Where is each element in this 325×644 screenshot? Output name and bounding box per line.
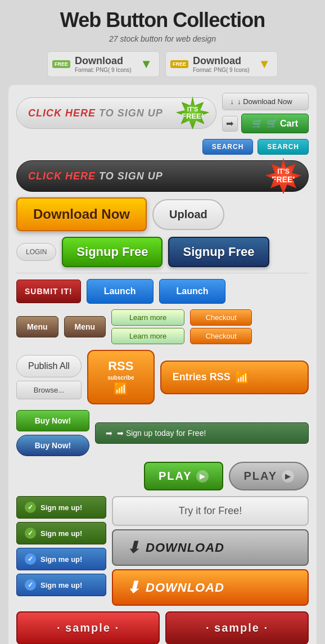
- download-orange-arrow-icon: ⬇: [127, 578, 140, 597]
- sign-me-up-blue-1[interactable]: ✓ Sign me up!: [16, 548, 106, 570]
- rss-sub-label: subscribe: [107, 375, 134, 381]
- check-icon-4: ✓: [25, 579, 36, 591]
- sign-up-today-label: ➡ Sign up today for Free!: [117, 429, 206, 438]
- cart-button[interactable]: 🛒 🛒 Cart: [241, 114, 309, 133]
- sample-button-2[interactable]: · sample ·: [165, 611, 309, 644]
- signup-text-dark: CLICK HERE TO SIGN UP: [28, 170, 163, 182]
- entries-rss-icon: 📶: [235, 371, 249, 384]
- search-button-teal[interactable]: SEARCH: [258, 139, 309, 155]
- menu-button-2[interactable]: Menu: [64, 316, 106, 337]
- signup-banner-gray[interactable]: CLICK HERE TO SIGN UP IT'S FREE!: [16, 97, 216, 129]
- signup-free-green-button[interactable]: Signup Free: [62, 237, 162, 267]
- sign-me-up-dkgreen-2[interactable]: ✓ Sign me up!: [16, 522, 106, 544]
- menu-button-1[interactable]: Menu: [16, 316, 58, 337]
- badge-sub-gold: Format: PNG( 9 Icons): [193, 67, 254, 73]
- launch-button-1[interactable]: Launch: [87, 279, 154, 304]
- try-it-free-button[interactable]: Try it for Free!: [112, 496, 309, 526]
- search-button-blue[interactable]: SEARCH: [202, 139, 254, 155]
- learn-more-button-1[interactable]: Learn more: [111, 309, 184, 326]
- checkout-button-2[interactable]: Checkout: [190, 328, 252, 344]
- play-gray-label: PLAY: [243, 470, 277, 483]
- sample-button-1[interactable]: · sample ·: [16, 611, 160, 644]
- buy-now-blue-button[interactable]: Buy Now!: [16, 435, 89, 456]
- entries-rss-button[interactable]: Entries RSS 📶: [160, 361, 309, 394]
- download-orange-label: DOWNLOAD: [146, 580, 224, 595]
- entries-rss-label: Entries RSS: [173, 371, 231, 383]
- sign-up-today-button[interactable]: ➡ ➡ Sign up today for Free!: [95, 422, 309, 444]
- check-icon-3: ✓: [25, 553, 36, 565]
- cart-icon: 🛒: [252, 118, 263, 129]
- starburst-red: IT'S FREE!: [264, 157, 303, 195]
- page-subtitle: 27 stock button for web design: [109, 34, 216, 43]
- download-arrow-icon: ↓: [231, 97, 234, 106]
- checkout-button-1[interactable]: Checkout: [190, 309, 252, 326]
- sign-me-up-dkgreen-1[interactable]: ✓ Sign me up!: [16, 496, 106, 519]
- submit-button[interactable]: SUBMIT IT!: [16, 280, 81, 303]
- sign-me-up-blue-2[interactable]: ✓ Sign me up!: [16, 574, 106, 596]
- download-badge-green[interactable]: FREE Download Format: PNG( 9 Icons) ▼: [47, 51, 160, 77]
- sign-me-up-label-4: Sign me up!: [40, 581, 82, 589]
- sign-me-up-label-1: Sign me up!: [40, 503, 82, 512]
- buy-now-green-button[interactable]: Buy Now!: [16, 410, 89, 431]
- rss-label: RSS: [108, 359, 133, 373]
- download-badge-gold[interactable]: FREE Download Format: PNG( 9 Icons) ▼: [165, 51, 278, 77]
- signup-text-gray: CLICK HERE TO SIGN UP: [28, 107, 163, 119]
- check-icon-2: ✓: [25, 528, 36, 539]
- download-now-big-button[interactable]: Download Now: [16, 197, 147, 231]
- badge-sub-green: Format: PNG( 9 Icons): [75, 67, 136, 73]
- upload-button[interactable]: Upload: [152, 199, 224, 230]
- starburst-green: IT'S FREE!: [175, 96, 210, 130]
- badge-main-green: Download: [75, 55, 136, 67]
- check-icon-1: ✓: [25, 502, 36, 513]
- free-label-green: FREE: [52, 60, 70, 68]
- play-gray-button[interactable]: PLAY ▶: [229, 462, 309, 490]
- arrow-right-today-icon: ➡: [106, 429, 112, 438]
- free-label-gold: FREE: [170, 60, 188, 68]
- sign-me-up-label-3: Sign me up!: [40, 555, 82, 564]
- rss-wave-icon: 📶: [114, 382, 128, 395]
- download-now-label: ↓ Download Now: [237, 97, 292, 106]
- download-dark-label: DOWNLOAD: [146, 541, 224, 555]
- badge-arrow-gold-icon: ▼: [258, 57, 270, 71]
- download-orange-button[interactable]: ⬇ DOWNLOAD: [112, 569, 309, 606]
- arrow-right-icon[interactable]: ➡: [222, 116, 238, 132]
- badge-arrow-green-icon: ▼: [140, 57, 152, 71]
- learn-more-button-2[interactable]: Learn more: [111, 328, 184, 344]
- download-dark-button[interactable]: ⬇ DOWNLOAD: [112, 529, 309, 566]
- login-button[interactable]: LOGIN: [16, 243, 56, 261]
- signup-free-navy-button[interactable]: Signup Free: [168, 237, 269, 267]
- play-gray-icon: ▶: [282, 470, 294, 483]
- publish-all-button[interactable]: Publish All: [16, 355, 82, 377]
- play-green-button[interactable]: PLAY ▶: [144, 462, 224, 490]
- badge-main-gold: Download: [193, 55, 254, 67]
- play-green-label: PLAY: [159, 470, 192, 483]
- play-green-icon: ▶: [196, 470, 209, 483]
- download-now-button[interactable]: ↓ ↓ Download Now: [222, 93, 309, 110]
- signup-banner-dark[interactable]: CLICK HERE TO SIGN UP IT'S FREE!: [16, 160, 309, 192]
- rss-subscribe-button[interactable]: RSS subscribe 📶: [87, 350, 155, 404]
- launch-button-2[interactable]: Launch: [159, 279, 226, 304]
- page-title: Web Button Collection: [60, 8, 265, 32]
- cart-label: 🛒 Cart: [267, 118, 298, 129]
- sign-me-up-label-2: Sign me up!: [40, 529, 82, 538]
- browse-button[interactable]: Browse...: [16, 381, 82, 399]
- download-dark-arrow-icon: ⬇: [127, 538, 140, 557]
